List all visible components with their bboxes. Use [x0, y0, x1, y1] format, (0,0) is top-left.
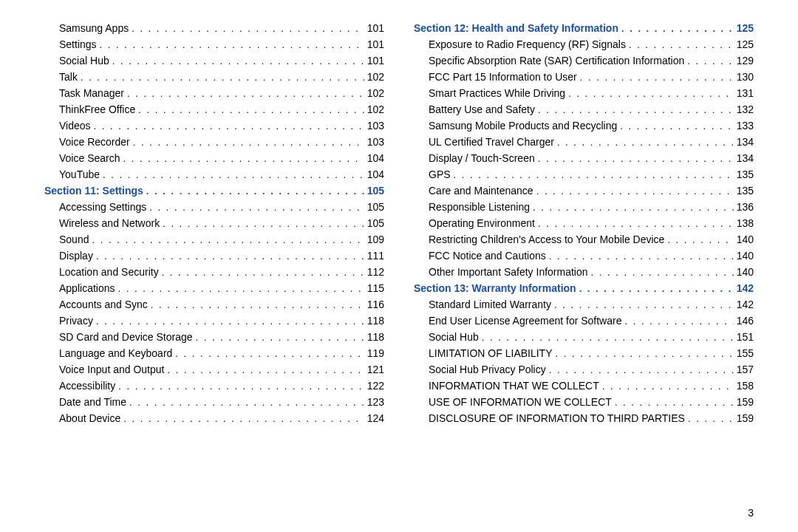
toc-section-row[interactable]: Section 13: Warranty Information142 [414, 282, 754, 299]
toc-entry-row[interactable]: Task Manager102 [44, 87, 384, 103]
toc-entry-label: FCC Notice and Cautions [429, 250, 546, 262]
toc-entry-label: About Device [59, 412, 120, 424]
dot-leader [546, 364, 734, 375]
toc-entry-row[interactable]: Battery Use and Safety132 [414, 103, 754, 120]
toc-entry-label: INFORMATION THAT WE COLLECT [429, 380, 599, 392]
toc-page-number: 122 [364, 380, 384, 392]
toc-entry-row[interactable]: Display111 [44, 250, 384, 266]
toc-left-column: Samsung Apps101Settings101Social Hub101T… [44, 22, 384, 429]
dot-leader [130, 137, 364, 148]
toc-entry-row[interactable]: Other Important Safety Information140 [414, 266, 754, 282]
toc-entry-row[interactable]: LIMITATION OF LIABILITY155 [414, 347, 754, 364]
toc-section-row[interactable]: Section 12: Health and Safety Informatio… [414, 22, 754, 38]
toc-entry-row[interactable]: Samsung Apps101 [44, 22, 384, 38]
dot-leader [160, 218, 364, 229]
dot-leader [164, 364, 364, 375]
toc-entry-row[interactable]: Specific Absorption Rate (SAR) Certifica… [414, 55, 754, 71]
toc-entry-row[interactable]: About Device124 [44, 412, 384, 429]
toc-entry-row[interactable]: Applications115 [44, 282, 384, 299]
toc-entry-label: Specific Absorption Rate (SAR) Certifica… [429, 55, 684, 66]
dot-leader [129, 23, 364, 34]
toc-entry-row[interactable]: Language and Keyboard119 [44, 347, 384, 364]
toc-entry-row[interactable]: Location and Security112 [44, 266, 384, 282]
toc-entry-row[interactable]: Exposure to Radio Frequency (RF) Signals… [414, 38, 754, 55]
toc-entry-label: Applications [59, 282, 115, 294]
toc-entry-label: Privacy [59, 315, 93, 327]
toc-entry-row[interactable]: Accessing Settings105 [44, 201, 384, 217]
toc-page-number: 115 [364, 282, 384, 294]
dot-leader [115, 283, 364, 294]
toc-entry-label: Responsible Listening [429, 201, 530, 213]
toc-entry-row[interactable]: UL Certified Travel Charger134 [414, 136, 754, 152]
dot-leader [451, 169, 734, 180]
toc-entry-row[interactable]: GPS135 [414, 168, 754, 185]
toc-page-number: 135 [734, 168, 754, 180]
toc-page-number: 134 [734, 152, 754, 164]
toc-entry-label: SD Card and Device Storage [59, 331, 193, 343]
toc-page-number: 103 [364, 136, 384, 148]
toc-entry-row[interactable]: SD Card and Device Storage118 [44, 331, 384, 347]
toc-entry-row[interactable]: DISCLOSURE OF INFORMATION TO THIRD PARTI… [414, 412, 754, 429]
toc-entry-row[interactable]: INFORMATION THAT WE COLLECT158 [414, 380, 754, 396]
toc-entry-row[interactable]: Settings101 [44, 38, 384, 55]
toc-entry-label: Videos [59, 120, 91, 132]
toc-entry-label: End User License Agreement for Software [429, 315, 621, 327]
toc-page-number: 105 [364, 217, 384, 229]
toc-page-number: 101 [364, 55, 384, 66]
toc-entry-label: Operating Environment [429, 217, 535, 229]
toc-entry-row[interactable]: Accessibility122 [44, 380, 384, 396]
toc-entry-row[interactable]: Voice Search104 [44, 152, 384, 168]
toc-entry-row[interactable]: End User License Agreement for Software1… [414, 315, 754, 331]
dot-leader [553, 348, 734, 359]
toc-entry-row[interactable]: Care and Maintenance135 [414, 185, 754, 201]
toc-entry-row[interactable]: Talk102 [44, 71, 384, 87]
toc-entry-row[interactable]: Display / Touch-Screen134 [414, 152, 754, 168]
toc-entry-row[interactable]: FCC Part 15 Information to User130 [414, 71, 754, 87]
dot-leader [89, 234, 364, 245]
dot-leader [97, 39, 364, 50]
toc-entry-row[interactable]: Date and Time123 [44, 396, 384, 412]
toc-right-column: Section 12: Health and Safety Informatio… [414, 22, 754, 429]
toc-page-number: 109 [364, 233, 384, 245]
dot-leader [146, 202, 364, 213]
dot-leader [143, 185, 364, 197]
toc-page-number: 104 [364, 152, 384, 164]
toc-entry-row[interactable]: USE OF INFORMATION WE COLLECT159 [414, 396, 754, 412]
toc-entry-row[interactable]: Voice Recorder103 [44, 136, 384, 152]
toc-page-number: 105 [364, 185, 384, 197]
toc-entry-row[interactable]: Sound109 [44, 233, 384, 250]
toc-entry-row[interactable]: Restricting Children's Access to Your Mo… [414, 233, 754, 250]
toc-entry-row[interactable]: Privacy118 [44, 315, 384, 331]
toc-entry-row[interactable]: Samsung Mobile Products and Recycling133 [414, 120, 754, 136]
toc-page-number: 134 [734, 136, 754, 148]
toc-page-number: 131 [734, 87, 754, 99]
dot-leader [535, 104, 734, 115]
toc-entry-row[interactable]: Social Hub151 [414, 331, 754, 347]
toc-page-number: 151 [734, 331, 754, 343]
toc-entry-row[interactable]: Operating Environment138 [414, 217, 754, 233]
dot-leader [618, 23, 734, 34]
toc-section-row[interactable]: Section 11: Settings105 [44, 185, 384, 201]
toc-entry-row[interactable]: Social Hub101 [44, 55, 384, 71]
toc-entry-row[interactable]: Videos103 [44, 120, 384, 136]
toc-entry-label: USE OF INFORMATION WE COLLECT [429, 396, 612, 408]
toc-page-number: 123 [364, 396, 384, 408]
toc-page-number: 103 [364, 120, 384, 132]
dot-leader [576, 283, 734, 294]
dot-leader [684, 55, 733, 66]
toc-page-number: 116 [364, 299, 384, 310]
dot-leader [109, 55, 364, 66]
toc-entry-row[interactable]: Smart Practices While Driving131 [414, 87, 754, 103]
toc-entry-row[interactable]: Accounts and Sync116 [44, 299, 384, 315]
dot-leader [626, 39, 734, 50]
toc-entry-row[interactable]: Wireless and Network105 [44, 217, 384, 233]
toc-entry-row[interactable]: FCC Notice and Cautions140 [414, 250, 754, 266]
toc-entry-row[interactable]: YouTube104 [44, 168, 384, 185]
toc-entry-row[interactable]: Responsible Listening136 [414, 201, 754, 217]
toc-entry-row[interactable]: Voice Input and Output121 [44, 364, 384, 380]
toc-entry-row[interactable]: Social Hub Privacy Policy157 [414, 364, 754, 380]
toc-entry-label: Exposure to Radio Frequency (RF) Signals [429, 38, 626, 50]
toc-entry-row[interactable]: ThinkFree Office102 [44, 103, 384, 120]
toc-entry-row[interactable]: Standard Limited Warranty142 [414, 299, 754, 315]
dot-leader [479, 332, 734, 343]
